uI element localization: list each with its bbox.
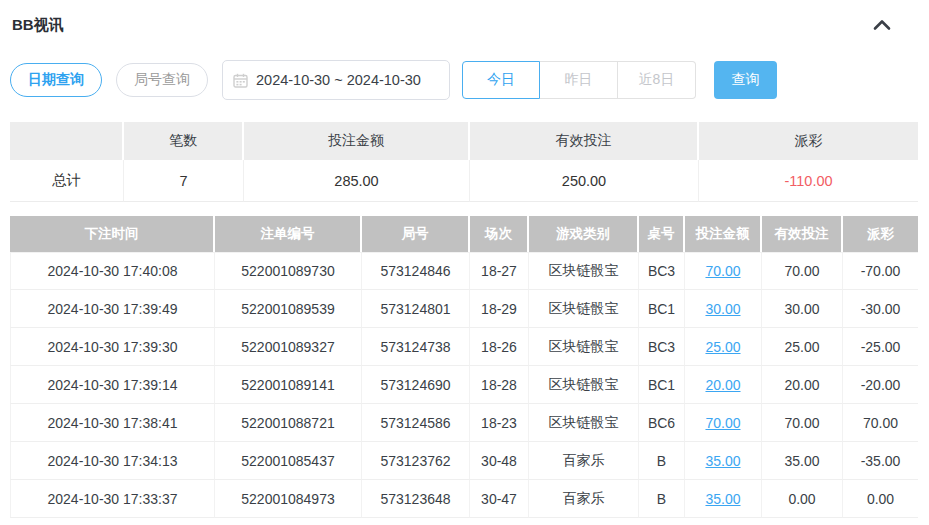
summary-header-count: 笔数: [124, 122, 244, 160]
cell-payout: -35.00: [843, 442, 918, 480]
cell-session: 18-26: [470, 328, 529, 366]
cell-session: 18-29: [470, 290, 529, 328]
panel-header: BB视讯: [10, 10, 919, 36]
cell-valid-bet: 30.00: [762, 290, 843, 328]
cell-bet-time: 2024-10-30 17:38:41: [10, 404, 215, 442]
cell-payout: -70.00: [843, 252, 918, 290]
table-row: 2024-10-30 17:33:37522001084973573123648…: [10, 480, 918, 518]
cell-game-type: 区块链骰宝: [529, 366, 639, 404]
bet-amount-link[interactable]: 70.00: [705, 415, 740, 431]
cell-game-type: 区块链骰宝: [529, 404, 639, 442]
cell-table-number: BC1: [639, 366, 685, 404]
cell-table-number: BC6: [639, 404, 685, 442]
cell-bet-time: 2024-10-30 17:39:14: [10, 366, 215, 404]
cell-round-number: 573124801: [362, 290, 470, 328]
bb-video-panel: BB视讯 日期查询 局号查询: [0, 0, 929, 518]
cell-bet-time: 2024-10-30 17:33:37: [10, 480, 215, 518]
bet-amount-link[interactable]: 30.00: [705, 301, 740, 317]
cell-bet-amount: 20.00: [685, 366, 762, 404]
table-row: 2024-10-30 17:38:41522001088721573124586…: [10, 404, 918, 442]
tab-date-query[interactable]: 日期查询: [10, 63, 102, 97]
cell-bet-amount: 35.00: [685, 442, 762, 480]
bet-amount-link[interactable]: 70.00: [705, 263, 740, 279]
cell-bet-amount: 35.00: [685, 480, 762, 518]
date-range-input[interactable]: 2024-10-30 ~ 2024-10-30: [222, 60, 450, 100]
summary-total-label: 总计: [10, 160, 124, 202]
filter-toolbar: 日期查询 局号查询 2024-10-30 ~ 2024-10-30 今日: [10, 60, 919, 100]
cell-order-number: 522001089327: [215, 328, 362, 366]
summary-table: 笔数 投注金额 有效投注 派彩 总计 7 285.00 250.00 -110.…: [10, 122, 918, 202]
cell-payout: 70.00: [843, 404, 918, 442]
cell-table-number: BC1: [639, 290, 685, 328]
summary-header-row: 笔数 投注金额 有效投注 派彩: [10, 122, 918, 160]
summary-header-valid-bet: 有效投注: [470, 122, 699, 160]
bet-amount-link[interactable]: 35.00: [705, 453, 740, 469]
cell-valid-bet: 25.00: [762, 328, 843, 366]
table-row: 2024-10-30 17:39:14522001089141573124690…: [10, 366, 918, 404]
column-header-payout: 派彩: [843, 216, 918, 252]
cell-valid-bet: 35.00: [762, 442, 843, 480]
cell-table-number: BC3: [639, 328, 685, 366]
cell-session: 30-48: [470, 442, 529, 480]
cell-session: 18-27: [470, 252, 529, 290]
cell-game-type: 区块链骰宝: [529, 252, 639, 290]
cell-valid-bet: 20.00: [762, 366, 843, 404]
summary-total-row: 总计 7 285.00 250.00 -110.00: [10, 160, 918, 202]
cell-order-number: 522001089141: [215, 366, 362, 404]
quick-button-today[interactable]: 今日: [462, 61, 540, 99]
table-row: 2024-10-30 17:39:30522001089327573124738…: [10, 328, 918, 366]
summary-header-payout: 派彩: [699, 122, 918, 160]
column-header-table-number: 桌号: [639, 216, 685, 252]
query-button[interactable]: 查询: [714, 61, 777, 99]
bet-amount-link[interactable]: 20.00: [705, 377, 740, 393]
cell-valid-bet: 70.00: [762, 404, 843, 442]
cell-session: 18-28: [470, 366, 529, 404]
summary-header-blank: [10, 122, 124, 160]
quick-button-last8days[interactable]: 近8日: [618, 61, 696, 99]
cell-order-number: 522001084973: [215, 480, 362, 518]
cell-table-number: B: [639, 480, 685, 518]
collapse-panel-button[interactable]: [867, 14, 897, 36]
cell-payout: -25.00: [843, 328, 918, 366]
calendar-icon: [233, 73, 248, 88]
cell-table-number: B: [639, 442, 685, 480]
cell-round-number: 573124690: [362, 366, 470, 404]
summary-bet-amount-value: 285.00: [244, 160, 470, 202]
column-header-bet-amount: 投注金额: [685, 216, 762, 252]
summary-payout-value: -110.00: [699, 160, 918, 202]
cell-bet-amount: 25.00: [685, 328, 762, 366]
column-header-round-number: 局号: [362, 216, 470, 252]
summary-count-value: 7: [124, 160, 244, 202]
quick-button-yesterday[interactable]: 昨日: [540, 61, 618, 99]
cell-game-type: 区块链骰宝: [529, 328, 639, 366]
cell-bet-time: 2024-10-30 17:39:49: [10, 290, 215, 328]
cell-bet-time: 2024-10-30 17:34:13: [10, 442, 215, 480]
date-range-value: 2024-10-30 ~ 2024-10-30: [256, 72, 421, 88]
cell-round-number: 573123762: [362, 442, 470, 480]
cell-order-number: 522001089539: [215, 290, 362, 328]
cell-order-number: 522001085437: [215, 442, 362, 480]
bet-amount-link[interactable]: 35.00: [705, 491, 740, 507]
cell-round-number: 573123648: [362, 480, 470, 518]
column-header-bet-time: 下注时间: [10, 216, 215, 252]
cell-order-number: 522001089730: [215, 252, 362, 290]
bet-amount-link[interactable]: 25.00: [705, 339, 740, 355]
cell-bet-amount: 70.00: [685, 252, 762, 290]
tab-round-query[interactable]: 局号查询: [116, 63, 208, 97]
summary-valid-bet-value: 250.00: [470, 160, 699, 202]
cell-valid-bet: 70.00: [762, 252, 843, 290]
column-header-order-number: 注单编号: [215, 216, 362, 252]
column-header-session: 场次: [470, 216, 529, 252]
column-header-game-type: 游戏类别: [529, 216, 639, 252]
cell-game-type: 百家乐: [529, 480, 639, 518]
cell-game-type: 区块链骰宝: [529, 290, 639, 328]
cell-order-number: 522001088721: [215, 404, 362, 442]
cell-game-type: 百家乐: [529, 442, 639, 480]
bet-records-table: 下注时间注单编号局号场次游戏类别桌号投注金额有效投注派彩 2024-10-30 …: [10, 216, 918, 518]
column-header-valid-bet: 有效投注: [762, 216, 843, 252]
cell-payout: 0.00: [843, 480, 918, 518]
cell-round-number: 573124846: [362, 252, 470, 290]
table-row: 2024-10-30 17:39:49522001089539573124801…: [10, 290, 918, 328]
chevron-up-icon: [873, 19, 891, 31]
bet-records-body: 2024-10-30 17:40:08522001089730573124846…: [10, 252, 918, 518]
